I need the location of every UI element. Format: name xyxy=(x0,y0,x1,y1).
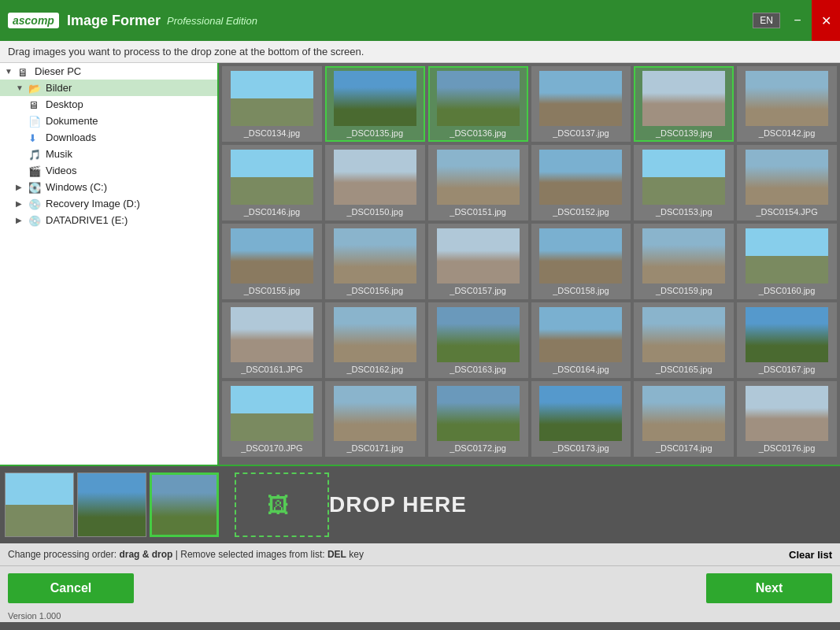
tree-item-dieser-pc[interactable]: ▼ Dieser PC xyxy=(0,63,217,80)
status-key-text: key xyxy=(346,549,364,560)
image-label-22: _DSC0165.jpg xyxy=(656,365,712,374)
image-thumb-29[interactable]: _DSC0176.jpg xyxy=(737,381,837,457)
image-label-1: _DSC0135.jpg xyxy=(346,128,403,138)
tree-item-bilder[interactable]: ▼ Bilder xyxy=(0,80,217,96)
status-remove-text: Remove selected images from list: xyxy=(180,549,327,560)
image-label-25: _DSC0171.jpg xyxy=(346,443,403,453)
tree-item-label: Recovery Image (D:) xyxy=(46,198,140,209)
image-label-6: _DSC0146.jpg xyxy=(244,207,301,217)
dropzone-bar: 🖼 DROP HERE xyxy=(0,465,840,543)
image-thumb-20[interactable]: _DSC0163.jpg xyxy=(428,302,528,378)
hint-bar: Drag images you want to process to the d… xyxy=(0,41,840,63)
image-grid-panel: _DSC0134.jpg_DSC0135.jpg_DSC0136.jpg_DSC… xyxy=(219,63,840,465)
image-label-16: _DSC0159.jpg xyxy=(656,286,712,295)
hint-text: Drag images you want to process to the d… xyxy=(8,46,364,57)
dropzone-thumb-2[interactable] xyxy=(77,472,146,537)
desktop-icon xyxy=(28,99,43,110)
minimize-button[interactable]: − xyxy=(783,0,812,41)
next-button[interactable]: Next xyxy=(706,573,832,603)
image-thumb-15[interactable]: _DSC0158.jpg xyxy=(531,224,631,299)
tree-item-windows-c[interactable]: ▶ Windows (C:) xyxy=(0,179,217,195)
tree-item-desktop[interactable]: Desktop xyxy=(0,96,217,113)
drop-target-zone[interactable]: 🖼 xyxy=(235,472,329,537)
image-thumb-6[interactable]: _DSC0146.jpg xyxy=(222,145,322,220)
image-thumb-7[interactable]: _DSC0150.jpg xyxy=(325,145,425,220)
clear-list-button[interactable]: Clear list xyxy=(789,549,832,561)
image-thumb-10[interactable]: _DSC0153.jpg xyxy=(634,145,734,220)
image-thumb-28[interactable]: _DSC0174.jpg xyxy=(634,381,734,457)
image-thumb-1[interactable]: _DSC0135.jpg xyxy=(325,66,425,142)
drag-drop-label: drag & drop xyxy=(119,549,172,560)
image-label-24: _DSC0170.JPG xyxy=(241,443,302,453)
image-thumb-8[interactable]: _DSC0151.jpg xyxy=(428,145,528,220)
tree-item-datadrive-e[interactable]: ▶ DATADRIVE1 (E:) xyxy=(0,212,217,228)
tree-item-videos[interactable]: Videos xyxy=(0,162,217,179)
dropzone-thumb-1[interactable] xyxy=(5,472,74,537)
language-button[interactable]: EN xyxy=(753,13,780,28)
tree-item-label: Windows (C:) xyxy=(46,181,107,193)
image-label-14: _DSC0157.jpg xyxy=(450,286,506,295)
image-label-11: _DSC0154.JPG xyxy=(756,207,817,217)
expand-arrow: ▶ xyxy=(16,199,25,209)
cancel-button[interactable]: Cancel xyxy=(8,573,134,603)
image-label-9: _DSC0152.jpg xyxy=(553,207,609,217)
drop-here-label: DROP HERE xyxy=(329,492,467,517)
window-controls: EN − ✕ xyxy=(753,0,840,41)
main-area: ▼ Dieser PC ▼ Bilder Desktop Dokumente D… xyxy=(0,63,840,465)
image-label-19: _DSC0162.jpg xyxy=(346,365,403,374)
image-thumb-0[interactable]: _DSC0134.jpg xyxy=(222,66,322,142)
image-thumb-14[interactable]: _DSC0157.jpg xyxy=(428,224,528,299)
image-thumb-19[interactable]: _DSC0162.jpg xyxy=(325,302,425,378)
recovery-icon xyxy=(28,198,43,209)
status-sep: | xyxy=(172,549,180,560)
image-thumb-24[interactable]: _DSC0170.JPG xyxy=(222,381,322,457)
dropzone-thumb-3[interactable] xyxy=(150,472,219,537)
expand-arrow: ▼ xyxy=(5,67,14,76)
image-thumb-25[interactable]: _DSC0171.jpg xyxy=(325,381,425,457)
tree-item-downloads[interactable]: Downloads xyxy=(0,129,217,146)
version-label: Version 1.000 xyxy=(8,611,61,621)
image-label-4: _DSC0139.jpg xyxy=(656,128,712,138)
tree-item-label: DATADRIVE1 (E:) xyxy=(46,214,128,226)
tree-item-recovery-d[interactable]: ▶ Recovery Image (D:) xyxy=(0,195,217,212)
tree-item-musik[interactable]: Musik xyxy=(0,146,217,162)
file-tree-panel: ▼ Dieser PC ▼ Bilder Desktop Dokumente D… xyxy=(0,63,219,465)
image-thumb-26[interactable]: _DSC0172.jpg xyxy=(428,381,528,457)
image-thumb-22[interactable]: _DSC0165.jpg xyxy=(634,302,734,378)
image-thumb-12[interactable]: _DSC0155.jpg xyxy=(222,224,322,299)
footer: Version 1.000 xyxy=(0,610,840,622)
image-thumb-2[interactable]: _DSC0136.jpg xyxy=(428,66,528,142)
image-label-28: _DSC0174.jpg xyxy=(656,443,712,453)
close-button[interactable]: ✕ xyxy=(812,0,840,41)
datadrive-icon xyxy=(28,215,43,226)
image-label-0: _DSC0134.jpg xyxy=(244,128,301,138)
image-thumb-21[interactable]: _DSC0164.jpg xyxy=(531,302,631,378)
image-thumb-4[interactable]: _DSC0139.jpg xyxy=(634,66,734,142)
image-thumb-3[interactable]: _DSC0137.jpg xyxy=(531,66,631,142)
image-thumb-11[interactable]: _DSC0154.JPG xyxy=(737,145,837,220)
image-thumb-5[interactable]: _DSC0142.jpg xyxy=(737,66,837,142)
tree-item-dokumente[interactable]: Dokumente xyxy=(0,113,217,129)
image-thumb-27[interactable]: _DSC0173.jpg xyxy=(531,381,631,457)
expand-arrow: ▶ xyxy=(16,183,25,192)
titlebar: ascomp Image Former Professional Edition… xyxy=(0,0,840,41)
image-thumb-13[interactable]: _DSC0156.jpg xyxy=(325,224,425,299)
tree-item-label: Dokumente xyxy=(46,115,98,127)
image-label-20: _DSC0163.jpg xyxy=(450,365,506,374)
status-text: Change processing order: drag & drop | R… xyxy=(8,549,364,560)
image-thumb-9[interactable]: _DSC0152.jpg xyxy=(531,145,631,220)
statusbar: Change processing order: drag & drop | R… xyxy=(0,543,840,565)
image-thumb-16[interactable]: _DSC0159.jpg xyxy=(634,224,734,299)
videos-icon xyxy=(28,165,43,176)
image-label-15: _DSC0158.jpg xyxy=(553,286,609,295)
image-thumb-18[interactable]: _DSC0161.JPG xyxy=(222,302,322,378)
drop-icon: 🖼 xyxy=(267,492,289,518)
computer-icon xyxy=(17,66,31,77)
app-logo: ascomp xyxy=(8,13,59,28)
music-icon xyxy=(28,149,43,160)
image-thumb-23[interactable]: _DSC0167.jpg xyxy=(737,302,837,378)
image-label-8: _DSC0151.jpg xyxy=(450,207,506,217)
image-thumb-17[interactable]: _DSC0160.jpg xyxy=(737,224,837,299)
status-text-pre: Change processing order: xyxy=(8,549,119,560)
tree-item-label: Musik xyxy=(46,148,72,160)
